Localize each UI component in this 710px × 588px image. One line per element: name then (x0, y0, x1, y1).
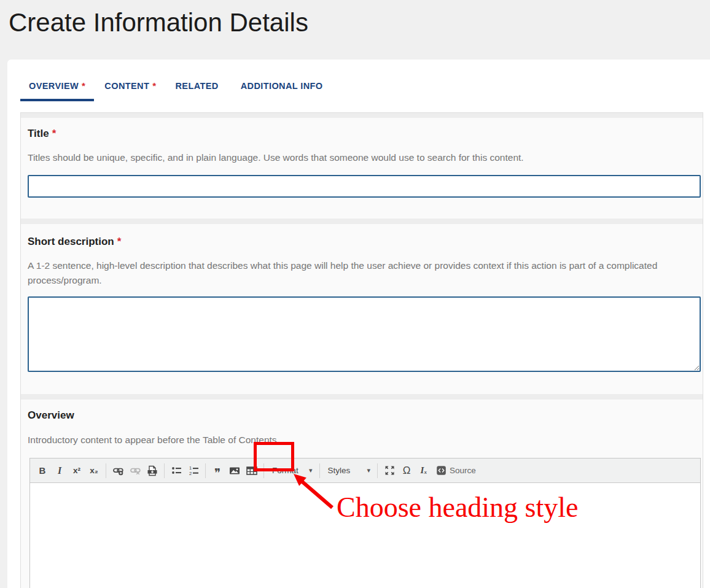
tab-bar: OVERVIEW* CONTENT* RELATED ADDITIONAL IN… (20, 74, 337, 101)
chevron-down-icon: ▾ (364, 466, 375, 474)
special-character-icon: Ω (403, 465, 411, 477)
image-button[interactable] (227, 463, 243, 479)
styles-dropdown-label: Styles (323, 466, 364, 475)
numbered-list-button[interactable]: 1 2 (185, 463, 201, 479)
short-description-textarea[interactable] (28, 296, 701, 372)
format-dropdown-label: Format (267, 466, 305, 475)
blockquote-icon: ❞ (214, 465, 220, 476)
overview-field-section: Overview Introductory content to appear … (21, 409, 703, 588)
bold-icon: B (39, 465, 46, 476)
maximize-button[interactable] (381, 463, 397, 479)
tab-overview[interactable]: OVERVIEW* (20, 74, 94, 101)
superscript-button[interactable]: x² (69, 463, 85, 479)
title-field-help: Titles should be unique, specific, and i… (28, 150, 701, 165)
title-field-section: Title* Titles should be unique, specific… (21, 128, 703, 219)
tab-overview-label: OVERVIEW (29, 81, 79, 91)
section-divider (21, 219, 703, 224)
source-button-label: Source (450, 466, 476, 475)
link-icon (113, 465, 123, 476)
maximize-icon (384, 465, 395, 476)
italic-button[interactable]: I (52, 463, 68, 479)
toolbar-separator (319, 463, 320, 478)
styles-dropdown[interactable]: Styles ▾ (323, 466, 375, 475)
toolbar-separator (106, 463, 106, 478)
image-icon (229, 466, 240, 476)
overview-tab-form: Title* Titles should be unique, specific… (20, 112, 703, 588)
short-description-field-section: Short description* A 1-2 sentence, high-… (21, 236, 703, 394)
title-field-label: Title* (28, 128, 701, 140)
editor-content-area[interactable] (30, 483, 700, 588)
toolbar-separator (164, 463, 165, 478)
bold-button[interactable]: B (34, 463, 50, 479)
short-description-field-label: Short description* (28, 236, 701, 248)
required-asterisk: * (152, 80, 156, 91)
tab-content[interactable]: CONTENT* (96, 74, 165, 101)
toolbar-separator (377, 463, 378, 478)
section-top-strip (21, 113, 703, 118)
tab-related[interactable]: RELATED (166, 74, 230, 101)
table-button[interactable] (244, 463, 260, 479)
bulleted-list-icon (171, 465, 182, 476)
unlink-button[interactable] (127, 463, 143, 479)
toolbar-separator (263, 463, 264, 478)
rich-text-editor: B I x² x₂ (29, 458, 701, 588)
chevron-down-icon: ▾ (305, 466, 316, 474)
tab-content-label: CONTENT (104, 81, 149, 91)
required-asterisk: * (117, 236, 122, 247)
required-asterisk: * (82, 80, 85, 91)
source-icon (436, 465, 447, 476)
anchor-icon (147, 465, 158, 476)
source-button[interactable]: Source (436, 465, 476, 476)
numbered-list-icon: 1 2 (189, 465, 199, 476)
link-button[interactable] (110, 463, 126, 479)
short-description-field-help: A 1-2 sentence, high-level description t… (28, 258, 701, 288)
page-title: Create Information Details (9, 8, 308, 37)
table-icon (246, 466, 257, 476)
blockquote-button[interactable]: ❞ (209, 463, 225, 479)
bulleted-list-button[interactable] (168, 463, 184, 479)
special-character-button[interactable]: Ω (399, 463, 415, 479)
overview-field-help: Introductory content to appear before th… (28, 433, 701, 447)
unlink-icon (130, 465, 141, 476)
format-dropdown[interactable]: Format ▾ (267, 466, 316, 475)
required-asterisk: * (52, 128, 57, 139)
content-panel: OVERVIEW* CONTENT* RELATED ADDITIONAL IN… (7, 60, 710, 588)
overview-field-label: Overview (28, 409, 701, 422)
editor-toolbar: B I x² x₂ (30, 458, 700, 483)
italic-icon: I (58, 465, 61, 476)
subscript-button[interactable]: x₂ (86, 463, 102, 479)
svg-text:2: 2 (189, 471, 192, 476)
tab-additional-info[interactable]: ADDITIONAL INFO (232, 74, 335, 101)
tab-additional-info-label: ADDITIONAL INFO (241, 81, 323, 91)
toolbar-separator (205, 463, 206, 478)
superscript-icon: x² (73, 466, 80, 475)
section-divider (21, 394, 703, 400)
tab-related-label: RELATED (175, 81, 218, 91)
remove-format-icon: Iₓ (421, 465, 427, 476)
title-input[interactable] (28, 175, 701, 198)
subscript-icon: x₂ (90, 466, 98, 475)
anchor-button[interactable] (144, 463, 160, 479)
remove-format-button[interactable]: Iₓ (416, 463, 432, 479)
